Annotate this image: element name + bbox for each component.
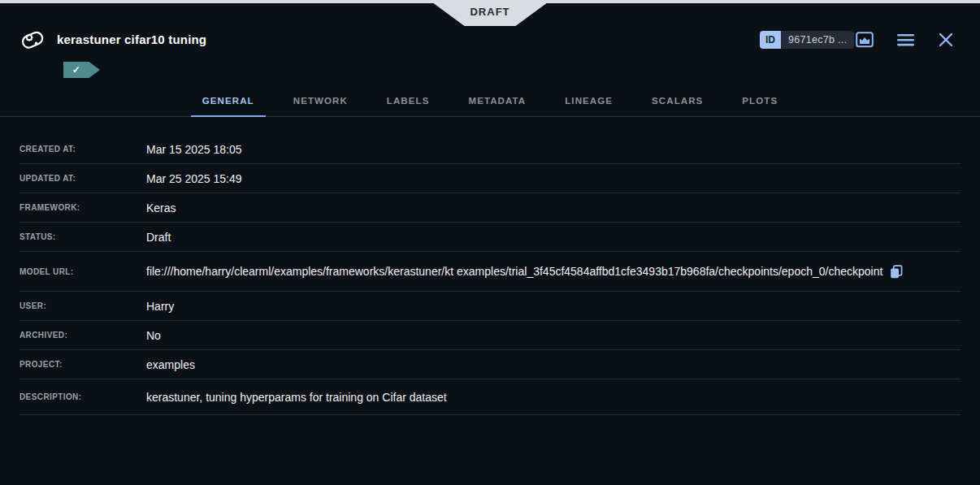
detail-row: MODEL URL: file:///home/harry/clearml/ex… [20, 252, 960, 292]
check-icon: ✓ [63, 64, 89, 76]
copy-icon[interactable] [890, 265, 903, 279]
close-icon[interactable] [936, 31, 956, 49]
detail-value: examples [146, 358, 195, 371]
id-value: 9671ec7b ... [781, 31, 854, 49]
tab-metadata[interactable]: METADATA [457, 84, 537, 116]
detail-row: UPDATED AT: Mar 25 2025 15:49 [20, 164, 960, 193]
detail-row: FRAMEWORK: Keras [20, 193, 960, 223]
detail-row: STATUS: Draft [20, 223, 960, 252]
tab-scalars[interactable]: SCALARS [640, 84, 714, 116]
id-label: ID [760, 31, 781, 49]
id-chip[interactable]: ID 9671ec7b ... [760, 31, 854, 49]
detail-value: Mar 15 2025 18:05 [146, 143, 242, 156]
detail-row: ARCHIVED: No [20, 321, 960, 350]
detail-row: PROJECT: examples [20, 350, 960, 379]
ribbon-status-label: DRAFT [470, 6, 510, 18]
detail-label: ARCHIVED: [20, 331, 146, 340]
detail-label: MODEL URL: [20, 267, 146, 276]
detail-value: Draft [146, 231, 171, 244]
tab-plots[interactable]: PLOTS [731, 84, 789, 116]
tab-labels[interactable]: LABELS [375, 84, 441, 116]
detail-value: Mar 25 2025 15:49 [146, 172, 242, 185]
detail-label: STATUS: [20, 232, 146, 241]
detail-row: CREATED AT: Mar 15 2025 18:05 [20, 135, 960, 164]
tab-network[interactable]: NETWORK [282, 84, 359, 116]
detail-label: UPDATED AT: [20, 174, 146, 183]
model-gear-icon [20, 27, 46, 53]
detail-value: Harry [146, 300, 174, 313]
tag-badge[interactable]: ✓ [63, 62, 100, 78]
tab-general[interactable]: GENERAL [191, 84, 266, 116]
detail-value: No [146, 329, 161, 342]
detail-row: DESCRIPTION: kerastuner, tuning hyperpar… [20, 379, 960, 415]
detail-label: USER: [20, 301, 146, 310]
detail-label: CREATED AT: [20, 145, 146, 154]
detail-row: USER: Harry [20, 292, 960, 321]
hamburger-menu-icon[interactable] [895, 32, 915, 48]
detail-label: PROJECT: [20, 360, 146, 369]
status-ribbon: DRAFT [429, 0, 551, 26]
detail-value: file:///home/harry/clearml/examples/fram… [146, 265, 882, 278]
page-title: kerastuner cifar10 tuning [57, 32, 206, 46]
model-details-panel: { "ribbon": { "status": "DRAFT" }, "head… [0, 0, 980, 485]
detail-label: DESCRIPTION: [20, 392, 146, 401]
tabs-bar: GENERALNETWORKLABELSMETADATALINEAGESCALA… [0, 84, 980, 117]
detail-value: kerastuner, tuning hyperparams for train… [146, 391, 447, 404]
detail-value: Keras [146, 201, 176, 214]
detail-label: FRAMEWORK: [20, 203, 146, 212]
tab-lineage[interactable]: LINEAGE [553, 84, 624, 116]
chart-image-icon[interactable] [855, 30, 874, 50]
details-table: CREATED AT: Mar 15 2025 18:05 UPDATED AT… [20, 117, 960, 415]
